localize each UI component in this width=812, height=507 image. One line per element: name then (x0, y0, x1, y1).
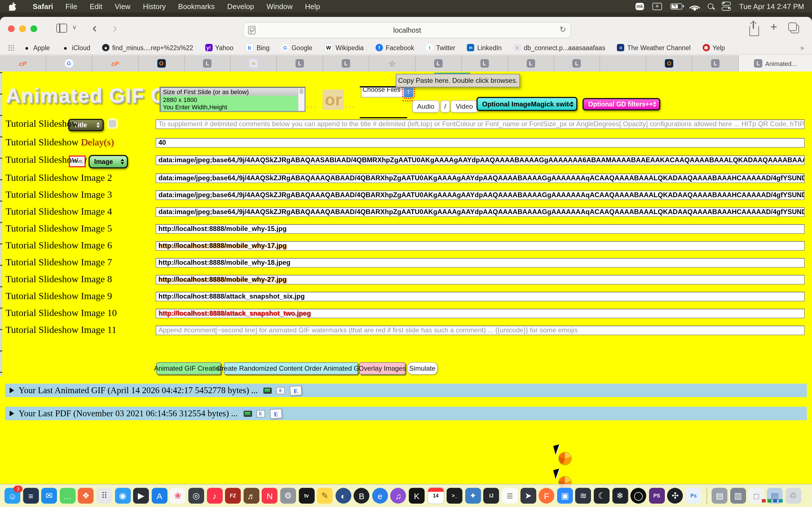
dock-icon-garageband[interactable]: ♬ (243, 488, 259, 504)
dock-icon-quicktime[interactable]: ▶ (133, 488, 149, 504)
bookmarks-overflow-chevron[interactable]: » (801, 44, 804, 52)
listbox-option-1[interactable]: Size of First Slide (or as below) (161, 88, 298, 96)
bookmark-item-wikipedia[interactable]: WWikipedia (324, 43, 364, 52)
dock-icon-rocket-app[interactable]: ➤ (520, 488, 536, 504)
choose-files-input[interactable]: Choose Files (361, 87, 405, 98)
dock-icon-finder[interactable]: ☺3 (4, 488, 20, 504)
apple-menu-icon[interactable] (9, 2, 16, 10)
bookmark-item-twitter[interactable]: tTwitter (426, 44, 455, 51)
menu-item-edit[interactable]: Edit (84, 2, 109, 10)
dock-icon-launchpad[interactable]: ⠿ (96, 488, 112, 504)
tab-2[interactable]: G (46, 55, 93, 71)
row-input-1[interactable]: To supplement # delimited comments below… (156, 119, 805, 129)
row-input-2[interactable]: 40 (156, 138, 805, 148)
gif-chip-icon[interactable] (263, 387, 272, 393)
row-input-6[interactable]: data:image/jpeg;base64,/9j/4AAQSkZJRgABA… (156, 207, 805, 217)
row-input-9[interactable]: http://localhost:8888/mobile_why-18.jpeg (156, 258, 805, 268)
menu-item-develop[interactable]: Develop (221, 2, 260, 10)
image-mode-dropdown[interactable]: Image (89, 155, 128, 168)
dock-icon-dark-app[interactable]: ≡ (23, 488, 39, 504)
menu-item-window[interactable]: Window (260, 2, 299, 10)
reload-icon[interactable]: ↻ (560, 25, 566, 34)
action-button-simulate[interactable]: Simulate (407, 362, 438, 375)
dock-icon-intellij[interactable]: IJ (484, 488, 499, 504)
dock-icon-calendar[interactable]: 14 (427, 487, 444, 504)
reader-icon[interactable] (248, 26, 255, 34)
dock-icon-pinwheel-app[interactable]: ✣ (667, 488, 683, 504)
menu-item-view[interactable]: View (109, 2, 137, 10)
dock-icon-firefox[interactable]: F (539, 488, 554, 504)
row-input-11[interactable]: http://localhost:8888/attack_snapshot_si… (156, 292, 805, 301)
title-color-swatch[interactable] (109, 120, 116, 127)
dock-icon-photoshop[interactable]: Ps (686, 488, 702, 504)
row-input-3[interactable]: data:image/jpeg;base64,/9j/4AAQSkZJRgABA… (156, 156, 805, 165)
action-button-overlay-images[interactable]: Overlay Images (359, 362, 405, 375)
tab-3[interactable]: cP (93, 55, 139, 71)
tab-11[interactable]: L (462, 55, 508, 71)
accordion-bar-1[interactable]: Your Last Animated GIF (April 14 2026 04… (5, 384, 807, 397)
menu-item-file[interactable]: File (59, 2, 84, 10)
tab-12[interactable]: L (508, 55, 554, 71)
row-input-10[interactable]: http://localhost:8888/mobile_why-27.jpg (156, 275, 805, 284)
dock-icon-edge[interactable]: e (372, 488, 388, 504)
bookmark-item-apple[interactable]: ●Apple (23, 44, 50, 51)
upload-arrow-button[interactable]: ↑ (404, 86, 413, 98)
bookmark-item-yahoo[interactable]: y!Yahoo (205, 44, 234, 51)
bookmark-item-facebook[interactable]: fFacebook (375, 44, 414, 51)
tab-13[interactable]: L (554, 55, 600, 71)
minimize-window-button[interactable] (19, 25, 26, 32)
dock-icon-night-app[interactable]: ☾ (594, 488, 610, 504)
action-button-animated-gif-creation[interactable]: Animated GIF Creation (156, 362, 221, 375)
bookmark-item-db-connect-p-aaasaaafaas[interactable]: ≈db_connect.p...aaasaaafaas (514, 44, 605, 51)
dock-icon-mail[interactable]: ✉ (41, 488, 57, 504)
dock-icon-zoom[interactable]: ▣ (557, 488, 573, 504)
forward-button[interactable]: › (113, 20, 117, 36)
tab-16[interactable]: L (693, 55, 739, 71)
imagemagick-switches-dropdown[interactable]: Optional ImageMagick switches ... (476, 97, 577, 111)
tab-5[interactable]: L (185, 55, 231, 71)
dock-icon-settings[interactable]: ⚙ (280, 488, 296, 504)
bookmark-item-the-weather-channel[interactable]: ≡The Weather Channel (617, 44, 691, 51)
bookmark-item-icloud[interactable]: ●iCloud (62, 44, 90, 51)
row-input-12[interactable]: http://localhost:8888/attack_snapshot_tw… (156, 309, 805, 318)
tab-4[interactable]: O (139, 55, 185, 71)
keyboard-viewer-icon[interactable]: ⌘ (652, 3, 662, 10)
menubar-app-icon[interactable]: mk (636, 3, 644, 10)
listbox-scrollbar[interactable] (298, 88, 305, 111)
tab-10[interactable]: L (416, 55, 462, 71)
accordion-bar-2[interactable]: Your Last PDF (November 03 2021 06:14:56… (5, 407, 807, 420)
menu-item-history[interactable]: History (137, 2, 172, 10)
dock-icon-dark-tool[interactable]: ≋ (575, 488, 591, 504)
slide-size-listbox[interactable]: Size of First Slide (or as below)2880 x … (160, 87, 306, 112)
tab-17-active[interactable]: LAnimated... (739, 55, 812, 71)
frequently-visited-grid-icon[interactable] (8, 45, 14, 51)
row-input-7[interactable]: http://localhost:8888/mobile_why-15.jpg (156, 224, 805, 234)
tab-1[interactable]: cP (0, 55, 46, 71)
email-large-icon[interactable]: E (290, 385, 302, 396)
dock-icon-trash[interactable]: ♲ (785, 488, 801, 504)
listbox-option-3[interactable]: You Enter Width,Height (161, 103, 298, 111)
dock-icon-tv[interactable]: tv (299, 488, 314, 504)
gd-filters-dropdown[interactable]: Optional GD filters++ ... (582, 98, 660, 110)
dock-icon-obs[interactable]: ◯ (630, 488, 646, 504)
menu-clock[interactable]: Tue Apr 14 2:47 PM (739, 2, 804, 10)
action-button-create-randomized-content-order-animated-gif[interactable]: Create Randomized Content Order Animated… (224, 362, 358, 375)
dock-icon-stack-documents[interactable]: ▥ (730, 488, 746, 504)
tab-overview-icon[interactable] (791, 25, 799, 33)
address-bar[interactable]: localhost ↻ (243, 22, 571, 38)
menu-item-bookmarks[interactable]: Bookmarks (172, 2, 221, 10)
email-large-icon[interactable]: E (269, 408, 282, 419)
share-icon[interactable] (749, 26, 759, 36)
sidebar-toggle-icon[interactable] (56, 24, 67, 33)
dock-icon-snow-app[interactable]: ❄ (612, 488, 628, 504)
dock-icon-terminal[interactable]: >_ (447, 488, 463, 504)
back-button[interactable]: ‹ (93, 20, 97, 36)
tab-14[interactable] (600, 55, 647, 71)
zoom-window-button[interactable] (31, 25, 37, 32)
dock-icon-black-app[interactable]: K (409, 488, 424, 504)
dock-icon-facetime[interactable]: ✦ (465, 488, 481, 504)
dock-icon-photos[interactable]: ❀ (170, 488, 186, 504)
dock-icon-app-store[interactable]: A (152, 488, 167, 504)
dock-icon-filezilla[interactable]: FZ (225, 488, 241, 504)
email-small-icon[interactable]: E (276, 387, 285, 394)
